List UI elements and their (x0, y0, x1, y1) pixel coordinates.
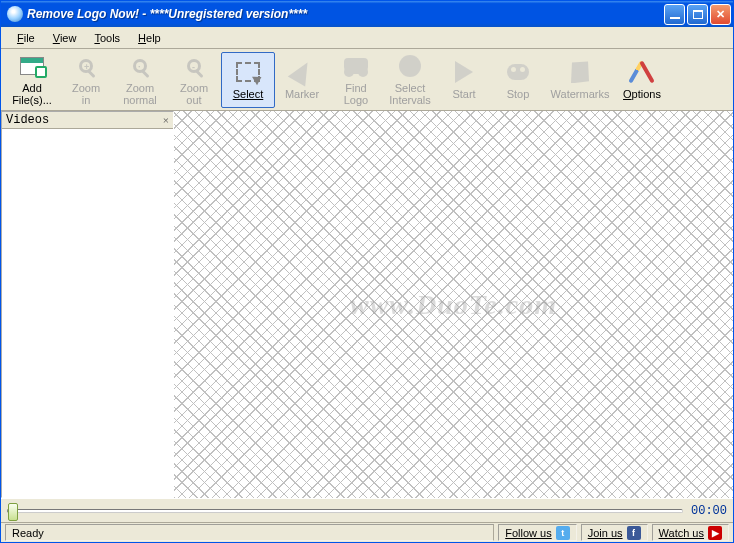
youtube-icon: ▶ (708, 526, 722, 540)
maximize-button[interactable] (687, 4, 708, 25)
find-logo-button[interactable]: FindLogo (329, 52, 383, 108)
watermarks-label: Watermarks (551, 88, 610, 100)
follow-us-link[interactable]: Follow ust (498, 524, 576, 541)
marker-icon (287, 58, 317, 86)
watch-us-link[interactable]: Watch us▶ (652, 524, 729, 541)
zoom-in-label: Zoomin (72, 82, 100, 106)
time-display: 00:00 (691, 504, 727, 518)
start-label: Start (452, 88, 475, 100)
options-label: Options (623, 88, 661, 100)
tools-icon (627, 58, 657, 86)
add-file-icon (17, 53, 47, 81)
watermarks-button[interactable]: Watermarks (545, 52, 615, 108)
videos-list[interactable] (2, 129, 173, 497)
select-icon (233, 58, 263, 86)
statusbar: Ready Follow ust Join usf Watch us▶ (1, 522, 733, 542)
timeline-slider[interactable] (7, 509, 683, 513)
videos-panel-header: Videos × (2, 112, 173, 129)
content-area: Videos × www.DuoTe.com (1, 111, 733, 498)
zoom-in-button[interactable]: + Zoomin (59, 52, 113, 108)
canvas-watermark: www.DuoTe.com (350, 289, 557, 321)
facebook-icon: f (627, 526, 641, 540)
videos-panel: Videos × (1, 111, 174, 498)
zoom-out-button[interactable]: - Zoomout (167, 52, 221, 108)
menu-view[interactable]: View (47, 30, 83, 46)
zoom-normal-button[interactable]: · Zoomnormal (113, 52, 167, 108)
select-intervals-button[interactable]: SelectIntervals (383, 52, 437, 108)
status-ready: Ready (5, 524, 494, 541)
join-us-link[interactable]: Join usf (581, 524, 648, 541)
window-controls: ✕ (664, 4, 731, 25)
preview-canvas[interactable]: www.DuoTe.com (174, 111, 733, 498)
select-button[interactable]: Select (221, 52, 275, 108)
app-icon (7, 6, 23, 22)
add-files-button[interactable]: AddFile(s)... (5, 52, 59, 108)
zoom-in-icon: + (71, 53, 101, 81)
close-button[interactable]: ✕ (710, 4, 731, 25)
play-icon (449, 58, 479, 86)
app-window: Remove Logo Now! - ****Unregistered vers… (0, 0, 734, 543)
zoom-out-icon: - (179, 53, 209, 81)
minimize-button[interactable] (664, 4, 685, 25)
toolbar: AddFile(s)... + Zoomin · Zoomnormal - Zo… (1, 49, 733, 111)
timeline-row: 00:00 (1, 498, 733, 522)
twitter-icon: t (556, 526, 570, 540)
menu-file[interactable]: File (11, 30, 41, 46)
titlebar: Remove Logo Now! - ****Unregistered vers… (1, 1, 733, 27)
marker-label: Marker (285, 88, 319, 100)
stop-button[interactable]: Stop (491, 52, 545, 108)
window-title: Remove Logo Now! - ****Unregistered vers… (27, 7, 664, 21)
menu-tools[interactable]: Tools (88, 30, 126, 46)
find-logo-label: FindLogo (344, 82, 368, 106)
zoom-normal-icon: · (125, 53, 155, 81)
stop-label: Stop (507, 88, 530, 100)
select-label: Select (233, 88, 264, 100)
slider-thumb[interactable] (8, 503, 18, 521)
intervals-icon (395, 53, 425, 81)
options-button[interactable]: Options (615, 52, 669, 108)
add-files-label: AddFile(s)... (12, 82, 52, 106)
binoculars-icon (341, 53, 371, 81)
menubar: File View Tools Help (1, 27, 733, 49)
select-intervals-label: SelectIntervals (389, 82, 431, 106)
panel-close-icon[interactable]: × (163, 114, 169, 126)
menu-help[interactable]: Help (132, 30, 167, 46)
marker-button[interactable]: Marker (275, 52, 329, 108)
stop-icon (503, 58, 533, 86)
start-button[interactable]: Start (437, 52, 491, 108)
watermarks-icon (565, 58, 595, 86)
videos-panel-title: Videos (6, 113, 49, 127)
zoom-out-label: Zoomout (180, 82, 208, 106)
zoom-normal-label: Zoomnormal (123, 82, 157, 106)
